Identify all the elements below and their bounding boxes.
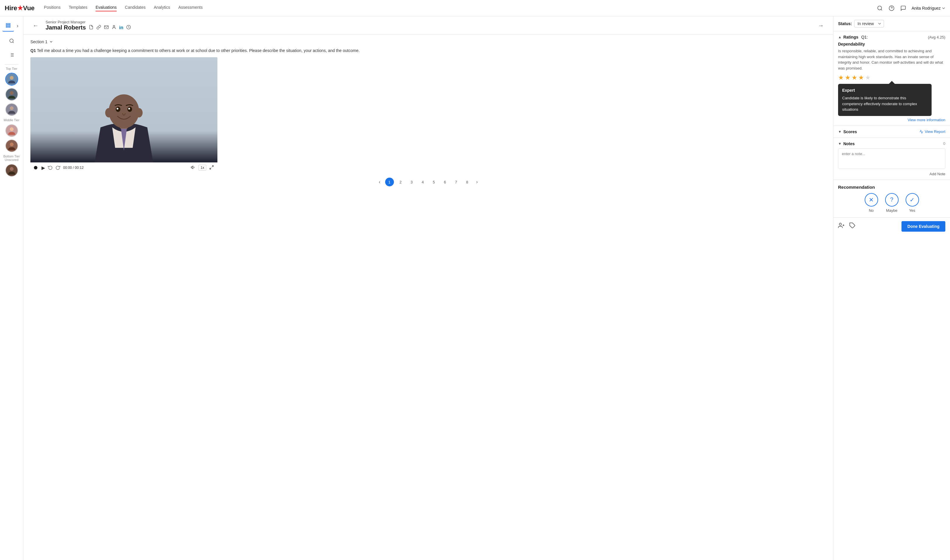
profile-icon[interactable] (112, 25, 116, 31)
recommendation-title: Recommendation (838, 185, 945, 189)
scores-header: ▼ Scores View Report (838, 129, 945, 134)
page-6-button[interactable]: 6 (441, 178, 450, 186)
competency-desc: Is responsible, reliable, and committed … (838, 48, 945, 71)
forward-button[interactable] (55, 165, 60, 171)
svg-point-15 (10, 76, 14, 80)
search-icon[interactable] (876, 5, 883, 12)
star-2[interactable]: ★ (845, 74, 851, 82)
resume-icon[interactable] (89, 25, 94, 31)
candidate-info: Senior Project Manager Jamal Roberts (41, 20, 816, 31)
prev-page-arrow[interactable]: ‹ (376, 178, 382, 186)
pagination: ‹ 1 2 3 4 5 6 7 8 › (31, 173, 826, 191)
help-icon[interactable] (888, 5, 895, 12)
rec-no-button[interactable]: ✕ No (865, 193, 878, 213)
linkedin-icon[interactable]: in (119, 25, 123, 31)
avatar-candidate-1[interactable] (5, 73, 18, 86)
status-select[interactable]: In review Reviewed Pending (854, 20, 884, 28)
history-icon[interactable] (126, 25, 131, 31)
ratings-title: Ratings (843, 35, 858, 40)
list-view-icon[interactable] (2, 20, 14, 32)
sidebar-expand-icon[interactable]: › (14, 20, 21, 31)
done-evaluating-button[interactable]: Done Evaluating (901, 221, 945, 232)
avatar-candidate-3[interactable] (5, 103, 18, 116)
view-report-link[interactable]: View Report (919, 129, 945, 134)
svg-marker-32 (191, 166, 193, 169)
nav-positions[interactable]: Positions (44, 5, 60, 11)
view-more-link[interactable]: View more information (838, 118, 945, 122)
volume-button[interactable] (191, 165, 196, 171)
page-8-button[interactable]: 8 (463, 178, 472, 186)
next-page-arrow[interactable]: › (474, 178, 480, 186)
ratings-header[interactable]: ▲ Ratings Q1: (Avg 4.25) (838, 35, 945, 40)
svg-point-26 (105, 108, 112, 117)
nav-evaluations[interactable]: Evaluations (95, 5, 117, 11)
star-3[interactable]: ★ (851, 74, 858, 82)
rec-yes-button[interactable]: ✓ Yes (905, 193, 919, 213)
play-button[interactable]: ▶ (42, 165, 45, 171)
competency-name: Dependability (838, 42, 945, 46)
add-user-icon[interactable] (838, 222, 845, 230)
user-name-text: Anita Rodriguez (912, 6, 941, 11)
link-icon[interactable] (96, 25, 101, 31)
section-selector[interactable]: Section 1 (31, 40, 826, 44)
notes-chevron: ▼ (838, 142, 842, 146)
star-1[interactable]: ★ (838, 74, 844, 82)
page-2-button[interactable]: 2 (396, 178, 405, 186)
speed-button[interactable]: 1x (199, 165, 206, 171)
next-candidate-arrow[interactable]: → (816, 21, 826, 30)
middle-tier-label: Middle Tier (0, 117, 23, 123)
messages-icon[interactable] (900, 5, 907, 12)
svg-point-20 (10, 167, 14, 171)
page-7-button[interactable]: 7 (452, 178, 460, 186)
svg-rect-6 (6, 26, 10, 28)
avatar-candidate-6[interactable] (5, 164, 18, 177)
logo[interactable]: Hire★Vue (5, 5, 34, 12)
nav-analytics[interactable]: Analytics (154, 5, 170, 11)
svg-rect-5 (6, 25, 10, 26)
star-rating[interactable]: ★ ★ ★ ★ ★ (838, 74, 945, 82)
sidebar-search-icon[interactable] (6, 35, 17, 47)
prev-candidate-arrow[interactable]: ← (31, 21, 41, 30)
star-5[interactable]: ★ (865, 74, 871, 82)
nav-assessments[interactable]: Assessments (178, 5, 203, 11)
ratings-subtitle: Q1: (860, 35, 868, 40)
page-4-button[interactable]: 4 (419, 178, 427, 186)
rec-maybe-circle: ? (885, 193, 899, 206)
scores-title-row[interactable]: ▼ Scores (838, 129, 857, 134)
svg-point-18 (10, 128, 14, 131)
notes-header[interactable]: ▼ Notes 0 (838, 142, 945, 146)
candidate-header: ← Senior Project Manager Jamal Roberts (23, 16, 833, 35)
rewind-button[interactable] (48, 165, 52, 171)
avatar-candidate-5[interactable] (5, 139, 18, 152)
page-5-button[interactable]: 5 (430, 178, 438, 186)
page-3-button[interactable]: 3 (407, 178, 416, 186)
nav-candidates[interactable]: Candidates (125, 5, 146, 11)
video-time: 00:00 / 00:12 (63, 166, 188, 170)
top-navigation: Hire★Vue Positions Templates Evaluations… (0, 0, 950, 16)
tag-icon[interactable] (849, 222, 856, 230)
nav-templates[interactable]: Templates (69, 5, 87, 11)
page-1-button[interactable]: 1 (385, 178, 394, 186)
status-label: Status: (838, 22, 852, 26)
candidate-name: Jamal Roberts in (46, 24, 811, 31)
sidebar-filter-icon[interactable] (6, 49, 17, 61)
star-4[interactable]: ★ (858, 74, 864, 82)
tooltip-box: Expert Candidate is likely to demonstrat… (838, 84, 932, 116)
avatar-candidate-4[interactable] (5, 124, 18, 137)
expert-tooltip: Expert Candidate is likely to demonstrat… (838, 84, 945, 116)
svg-point-30 (117, 108, 119, 109)
avatar-candidate-2[interactable] (5, 88, 18, 101)
question-body: Tell me about a time you had a challenge… (37, 48, 359, 53)
bottom-actions: Done Evaluating (833, 217, 950, 235)
left-sidebar: › Top Tier (0, 16, 23, 560)
tooltip-text: Candidate is likely to demonstrate this … (842, 95, 927, 112)
bottom-tier-label: Bottom TierUnscored (0, 153, 23, 163)
scores-section: ▼ Scores View Report (833, 126, 950, 138)
rec-maybe-button[interactable]: ? Maybe (885, 193, 899, 213)
logo-text: Hire★Vue (5, 5, 34, 12)
fullscreen-button[interactable] (209, 165, 214, 171)
notes-input[interactable] (838, 148, 945, 169)
add-note-button[interactable]: Add Note (838, 172, 945, 176)
user-menu[interactable]: Anita Rodriguez (912, 6, 945, 11)
email-icon[interactable] (104, 25, 109, 31)
